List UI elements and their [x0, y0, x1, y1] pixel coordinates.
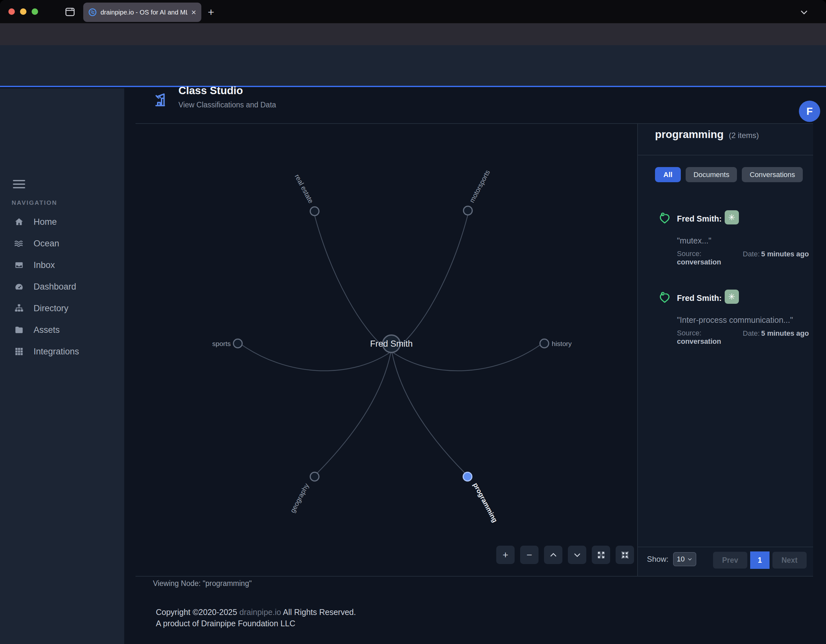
pan-down-button[interactable]: [568, 546, 586, 564]
macos-close-button[interactable]: [8, 8, 15, 15]
item-source: Source: conversation: [677, 249, 738, 266]
home-icon: [14, 217, 24, 227]
chatgpt-icon: ✳: [725, 289, 739, 304]
next-page-button[interactable]: Next: [772, 552, 807, 568]
graph-node-history[interactable]: [540, 339, 549, 348]
item-source: Source: conversation: [677, 329, 738, 346]
tab-all[interactable]: All: [655, 167, 681, 182]
chevron-down-icon: [573, 551, 581, 559]
macos-minimize-button[interactable]: [20, 8, 26, 15]
macos-zoom-button[interactable]: [32, 8, 38, 15]
expand-icon: [597, 551, 605, 559]
item-author: Fred Smith:: [677, 293, 722, 303]
browser-toolbar: https://app.drainpipe.io/class/694becc43…: [0, 23, 826, 45]
new-tab-button[interactable]: +: [208, 6, 214, 19]
tab-close-icon[interactable]: ×: [191, 8, 196, 17]
panel-title: programming: [655, 128, 724, 141]
user-avatar[interactable]: F: [799, 101, 820, 122]
folder-icon: [14, 325, 24, 335]
tab-title: drainpipe.io - OS for AI and ML: [101, 9, 188, 16]
sidebar-item-label: Directory: [34, 303, 68, 313]
item-date: Date: 5 minutes ago: [743, 329, 812, 338]
current-page-button[interactable]: 1: [750, 551, 770, 569]
sidebar-item-label: Inbox: [34, 260, 55, 270]
sidebar-item-directory[interactable]: Directory: [0, 299, 124, 317]
page-size-value: 10: [677, 555, 684, 564]
sitemap-icon: [14, 303, 24, 313]
source-value: conversation: [677, 258, 721, 266]
show-label: Show:: [647, 555, 669, 564]
graph-center-label: Fred Smith: [370, 339, 413, 348]
classification-graph[interactable]: Fred Smithreal estatemotorsportssportshi…: [124, 124, 637, 575]
graph-edge: [393, 345, 540, 371]
copyright-suffix: All Rights Reserved.: [283, 608, 356, 616]
sidebar-item-label: Assets: [34, 325, 60, 335]
page-title: Class Studio: [179, 85, 243, 97]
sidebar-item-home[interactable]: Home: [0, 213, 124, 231]
graph-node-label: geography: [289, 482, 311, 514]
divider: [135, 576, 813, 577]
source-label: Source:: [677, 329, 702, 337]
tab-conversations[interactable]: Conversations: [742, 167, 803, 182]
sidebar-item-dashboard[interactable]: Dashboard: [0, 278, 124, 296]
sidebar-item-inbox[interactable]: Inbox: [0, 256, 124, 274]
copyright-link[interactable]: drainpipe.io: [239, 608, 281, 616]
graph-node-geography[interactable]: [311, 472, 319, 481]
source-value: conversation: [677, 337, 721, 345]
tab-favicon: [88, 8, 97, 17]
class-studio-icon: [154, 91, 171, 108]
prev-page-button[interactable]: Prev: [713, 552, 747, 568]
app-header: drainpipe.io ™ F: [0, 45, 826, 87]
sidebar-collapse-icon[interactable]: [13, 180, 25, 188]
sidebar: NAVIGATION Home Ocean Inbox Dashboard Di…: [0, 88, 124, 644]
graph-node-label: history: [552, 340, 572, 347]
copyright-prefix: Copyright ©2020-2025: [156, 608, 237, 616]
graph-edge: [315, 215, 390, 352]
zoom-out-button[interactable]: −: [520, 546, 539, 564]
sidebar-item-assets[interactable]: Assets: [0, 321, 124, 339]
graph-node-motorsports[interactable]: [464, 206, 472, 215]
sidebar-item-label: Integrations: [34, 347, 79, 357]
date-value: 5 minutes ago: [761, 329, 809, 337]
collapse-icon: [621, 551, 629, 559]
tab-documents[interactable]: Documents: [686, 167, 737, 182]
conversation-pin-icon: [658, 212, 671, 226]
list-all-tabs-chevron-icon[interactable]: [800, 8, 809, 17]
graph-node-label: sports: [212, 340, 231, 347]
browser-tab[interactable]: drainpipe.io - OS for AI and ML ×: [83, 3, 201, 22]
sidebar-item-integrations[interactable]: Integrations: [0, 342, 124, 361]
date-value: 5 minutes ago: [761, 250, 809, 258]
conversation-pin-icon: [658, 291, 671, 306]
source-label: Source:: [677, 249, 702, 258]
chatgpt-icon: ✳: [725, 210, 739, 224]
firefox-view-icon[interactable]: [65, 6, 76, 17]
page-subtitle: View Classifications and Data: [179, 101, 276, 109]
sidebar-item-label: Home: [34, 217, 57, 227]
graph-edge: [393, 215, 468, 352]
copyright-line: Copyright ©2020-2025 drainpipe.io All Ri…: [156, 608, 356, 617]
expand-button[interactable]: [592, 546, 610, 564]
tab-strip: drainpipe.io - OS for AI and ML × +: [0, 0, 826, 23]
viewing-node-status: Viewing Node: "programming": [153, 579, 252, 588]
pan-up-button[interactable]: [544, 546, 562, 564]
graph-node-sports[interactable]: [234, 339, 242, 348]
graph-node-label: real estate: [293, 173, 315, 204]
sidebar-item-ocean[interactable]: Ocean: [0, 234, 124, 252]
zoom-in-button[interactable]: +: [496, 546, 515, 564]
graph-controls: + −: [496, 546, 634, 564]
item-author: Fred Smith:: [677, 214, 722, 223]
panel-title-row: programming (2 items): [655, 128, 759, 141]
graph-node-programming[interactable]: [463, 472, 472, 481]
item-quote: "mutex...": [677, 236, 809, 245]
page-size-select[interactable]: 10: [673, 552, 696, 566]
detail-panel: [637, 124, 813, 576]
date-label: Date:: [743, 250, 760, 258]
panel-item-count: (2 items): [729, 131, 759, 140]
collapse-button[interactable]: [616, 546, 634, 564]
waves-icon: [14, 238, 24, 248]
page-size-control: Show: 10: [647, 552, 696, 566]
item-date: Date: 5 minutes ago: [743, 249, 812, 259]
sidebar-item-label: Dashboard: [34, 282, 76, 292]
pagination: Prev 1 Next: [713, 551, 807, 569]
graph-node-real-estate[interactable]: [311, 207, 319, 216]
